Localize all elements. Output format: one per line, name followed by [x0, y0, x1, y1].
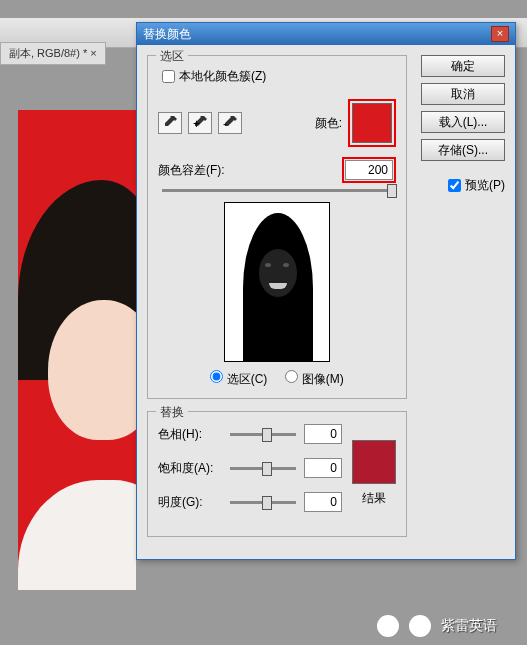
svg-text:+: + — [193, 117, 200, 130]
watermark: 紫雷英语 — [377, 615, 497, 637]
hue-input[interactable] — [304, 424, 342, 444]
fuzziness-slider[interactable] — [162, 189, 392, 192]
selection-preview-image — [224, 202, 330, 362]
replace-group-title: 替换 — [156, 404, 188, 421]
localized-checkbox[interactable] — [162, 70, 175, 83]
selection-group-title: 选区 — [156, 48, 188, 65]
eyedropper-icon[interactable] — [158, 112, 182, 134]
result-color-swatch[interactable] — [352, 440, 396, 484]
svg-text:-: - — [223, 117, 227, 130]
watermark-text: 紫雷英语 — [441, 617, 497, 635]
selection-color-swatch[interactable] — [352, 103, 392, 143]
cancel-button[interactable]: 取消 — [421, 83, 505, 105]
saturation-input[interactable] — [304, 458, 342, 478]
replace-group: 替换 色相(H): 饱和度(A): 明度(G): — [147, 411, 407, 537]
radio-selection[interactable]: 选区(C) — [210, 370, 267, 388]
result-label: 结果 — [352, 490, 396, 507]
ok-button[interactable]: 确定 — [421, 55, 505, 77]
hue-slider[interactable] — [230, 433, 296, 436]
replace-color-dialog: 替换颜色 × 选区 本地化颜色簇(Z) + — [136, 22, 516, 560]
eyedropper-plus-icon[interactable]: + — [188, 112, 212, 134]
load-button[interactable]: 载入(L)... — [421, 111, 505, 133]
chat-icon — [377, 615, 399, 637]
chat-icon — [409, 615, 431, 637]
preview-label: 预览(P) — [465, 177, 505, 194]
saturation-slider[interactable] — [230, 467, 296, 470]
localized-label: 本地化颜色簇(Z) — [179, 68, 266, 85]
saturation-label: 饱和度(A): — [158, 460, 222, 477]
dialog-title: 替换颜色 — [143, 26, 191, 43]
radio-image[interactable]: 图像(M) — [285, 370, 343, 388]
dialog-titlebar[interactable]: 替换颜色 × — [137, 23, 515, 45]
save-button[interactable]: 存储(S)... — [421, 139, 505, 161]
lightness-label: 明度(G): — [158, 494, 222, 511]
lightness-input[interactable] — [304, 492, 342, 512]
color-swatch-highlight — [348, 99, 396, 147]
fuzziness-input[interactable] — [345, 160, 393, 180]
selection-group: 选区 本地化颜色簇(Z) + - — [147, 55, 407, 399]
document-tab[interactable]: 副本, RGB/8#) * × — [0, 42, 106, 65]
color-label: 颜色: — [315, 115, 342, 132]
eyedropper-minus-icon[interactable]: - — [218, 112, 242, 134]
preview-checkbox[interactable] — [448, 179, 461, 192]
close-icon[interactable]: × — [491, 26, 509, 42]
lightness-slider[interactable] — [230, 501, 296, 504]
fuzziness-input-highlight — [342, 157, 396, 183]
fuzziness-label: 颜色容差(F): — [158, 162, 225, 179]
background-document-image — [18, 110, 136, 590]
hue-label: 色相(H): — [158, 426, 222, 443]
